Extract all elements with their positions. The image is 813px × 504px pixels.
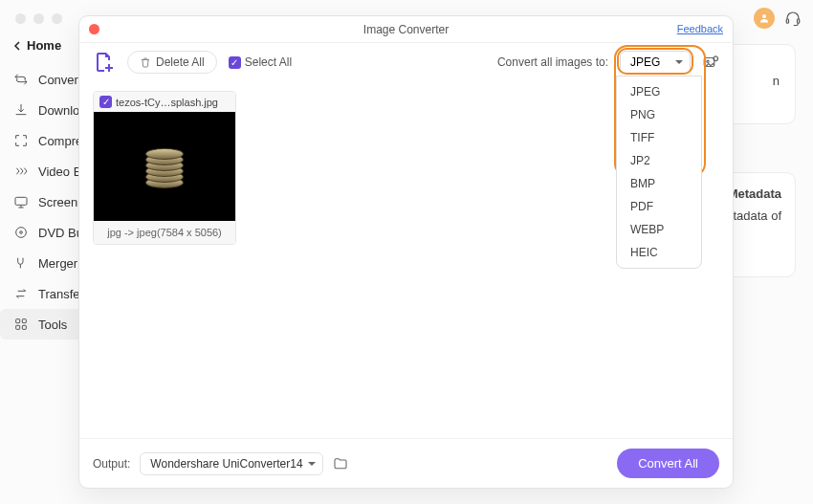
convert-icon [13,72,29,87]
image-thumbnail[interactable]: ✓ tezos-tCy…splash.jpg jpg -> jpeg(7584 … [93,91,236,245]
thumbnail-header: ✓ tezos-tCy…splash.jpg [94,92,235,112]
output-location-select[interactable]: Wondershare UniConverter14 [140,452,322,475]
gear-image-icon [702,54,719,71]
toolbar: Delete All ✓ Select All Convert all imag… [79,43,733,81]
svg-rect-2 [798,19,800,24]
modal-title: Image Converter [363,23,449,36]
format-option[interactable]: BMP [617,172,701,195]
select-all-checkbox[interactable]: ✓ Select All [229,55,292,69]
person-icon [758,12,770,24]
traffic-dot [15,13,26,24]
delete-all-button[interactable]: Delete All [127,51,217,74]
screen-icon [13,194,29,209]
download-icon [13,102,29,118]
format-option[interactable]: TIFF [617,126,701,149]
svg-point-4 [16,228,27,238]
output-location-value: Wondershare UniConverter14 [150,457,302,471]
svg-rect-6 [16,319,20,323]
merge-icon [13,255,29,271]
user-avatar[interactable] [754,8,775,29]
format-option[interactable]: JP2 [617,149,701,172]
output-label: Output: [93,457,130,471]
dvd-icon [13,225,29,240]
compress-icon [13,133,29,148]
sidebar-item-label: Transfer [38,287,84,301]
video-icon [13,164,29,179]
checkbox-checked-icon[interactable]: ✓ [99,96,112,108]
transfer-icon [13,286,29,301]
back-label: Home [27,38,61,53]
coins-graphic [145,144,184,188]
open-folder-button[interactable] [333,456,348,471]
format-option[interactable]: JPEG [617,80,701,103]
svg-rect-9 [22,325,26,329]
add-file-button[interactable] [93,51,116,74]
select-all-label: Select All [245,55,292,69]
format-option[interactable]: PDF [617,195,701,218]
support-icon[interactable] [784,10,802,27]
svg-rect-7 [22,319,26,323]
trash-icon [140,56,151,68]
svg-point-0 [762,14,766,18]
format-dropdown-button[interactable]: JPEG [620,51,691,74]
format-dropdown-menu: JPEGPNGTIFFJP2BMPPDFWEBPHEIC [616,76,702,269]
thumbnail-caption: jpg -> jpeg(7584 x 5056) [94,221,235,244]
tools-icon [13,317,29,332]
modal-titlebar: Image Converter Feedback [79,16,733,43]
format-option[interactable]: HEIC [617,241,701,264]
convert-all-button[interactable]: Convert All [617,449,719,478]
sidebar-item-label: Merger [38,256,77,271]
traffic-dot [33,13,44,24]
folder-icon [333,456,348,471]
close-button[interactable] [89,24,99,34]
svg-rect-8 [16,325,20,329]
output-settings-button[interactable] [702,54,719,71]
svg-point-11 [707,60,709,62]
sidebar-item-label: Tools [38,318,67,332]
format-option[interactable]: PNG [617,103,701,126]
chevron-left-icon [13,41,21,51]
obscured-text: n [773,74,780,88]
traffic-dot [52,13,62,24]
add-file-icon [93,51,116,74]
format-select: JPEG JPEGPNGTIFFJP2BMPPDFWEBPHEIC [620,51,691,74]
thumbnail-image [94,112,235,221]
feedback-link[interactable]: Feedback [677,23,723,34]
delete-all-label: Delete All [156,55,205,69]
checkbox-checked-icon: ✓ [229,56,241,69]
format-selected: JPEG [630,55,660,69]
svg-point-5 [20,231,23,234]
thumbnail-filename: tezos-tCy…splash.jpg [116,97,218,108]
modal-footer: Output: Wondershare UniConverter14 Conve… [79,438,733,488]
convert-to-label: Convert all images to: [497,55,608,69]
svg-rect-1 [786,19,788,24]
format-option[interactable]: WEBP [617,218,701,241]
image-converter-window: Image Converter Feedback Delete All ✓ Se… [78,15,734,489]
svg-rect-3 [15,197,27,205]
window-traffic-lights [15,13,62,24]
